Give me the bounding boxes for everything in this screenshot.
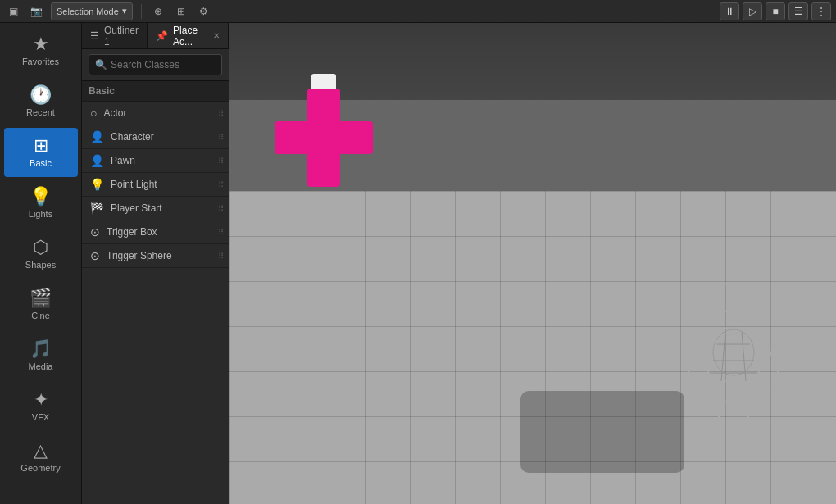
- selection-mode-button[interactable]: Selection Mode ▾: [51, 2, 133, 20]
- outliner-tab-icon: ☰: [90, 30, 99, 42]
- pause-button[interactable]: ⏸: [720, 2, 739, 20]
- search-input[interactable]: [89, 54, 222, 75]
- class-label-trigger-sphere: Trigger Sphere: [107, 250, 172, 261]
- class-label-actor: Actor: [103, 107, 126, 119]
- class-item-actor[interactable]: ○ Actor ⠿: [82, 102, 229, 125]
- viewport[interactable]: [229, 23, 836, 504]
- toolbar-right-group: ⏸ ▷ ■ ☰ ⋮: [720, 2, 831, 20]
- drag-handle-player-start: ⠿: [218, 204, 224, 213]
- point-light-icon: 💡: [90, 178, 104, 191]
- sidebar-item-lights[interactable]: 💡 Lights: [4, 179, 78, 228]
- top-toolbar: ▣ 📷 Selection Mode ▾ ⊕ ⊞ ⚙ ⏸ ▷ ■ ☰ ⋮: [0, 0, 836, 23]
- basic-category-header: Basic: [82, 81, 229, 102]
- trigger-box-icon: ⊙: [90, 225, 100, 238]
- transform-button[interactable]: ⊕: [150, 3, 166, 20]
- class-item-character[interactable]: 👤 Character ⠿: [82, 125, 229, 149]
- more-button[interactable]: ⋮: [811, 2, 831, 20]
- category-list: Basic ○ Actor ⠿ 👤 Character ⠿ 👤 Pawn ⠿ 💡…: [82, 81, 229, 504]
- sidebar-item-vfx[interactable]: ✦ VFX: [4, 382, 78, 431]
- class-label-point-light: Point Light: [111, 179, 157, 190]
- sidebar-item-label-favorites: Favorites: [22, 57, 59, 66]
- svg-line-4: [742, 332, 746, 381]
- floor-shadow: [520, 391, 684, 473]
- sidebar-item-cine[interactable]: 🎬 Cine: [4, 280, 78, 329]
- sidebar-item-geometry[interactable]: △ Geometry: [4, 433, 78, 482]
- pink-cross-actor: [275, 89, 373, 187]
- lights-icon: 💡: [30, 188, 52, 206]
- tab-close-icon[interactable]: ✕: [213, 31, 220, 40]
- svg-point-2: [713, 329, 754, 375]
- actor-icon: ○: [90, 107, 97, 120]
- geometry-icon: △: [34, 442, 48, 460]
- sidebar-item-label-geometry: Geometry: [20, 463, 60, 473]
- search-bar: 🔍: [82, 49, 229, 81]
- class-item-player-start[interactable]: 🏁 Player Start ⠿: [82, 197, 229, 220]
- search-wrapper: 🔍: [89, 54, 222, 75]
- panel-tabs: ☰ Outliner 1 📌 Place Ac... ✕: [82, 23, 229, 49]
- place-actors-panel: ☰ Outliner 1 📌 Place Ac... ✕ 🔍 Basic ○ A…: [82, 23, 229, 504]
- character-icon: 👤: [90, 130, 104, 143]
- sidebar-item-label-basic: Basic: [30, 158, 52, 168]
- class-label-player-start: Player Start: [111, 202, 162, 214]
- player-start-icon: 🏁: [90, 202, 104, 215]
- pawn-icon: 👤: [90, 154, 104, 167]
- trigger-sphere-icon: ⊙: [90, 249, 100, 262]
- place-actors-tab-icon: 📌: [156, 30, 168, 42]
- drag-handle-actor: ⠿: [218, 109, 224, 118]
- place-actors-tab-label: Place Ac...: [173, 25, 205, 48]
- sidebar-item-label-shapes: Shapes: [25, 260, 56, 270]
- sidebar-item-label-media: Media: [29, 361, 53, 371]
- toolbar-separator-1: [141, 4, 142, 19]
- class-item-trigger-box[interactable]: ⊙ Trigger Box ⠿: [82, 220, 229, 244]
- recent-icon: 🕐: [30, 86, 52, 104]
- vfx-icon: ✦: [34, 391, 48, 409]
- class-item-point-light[interactable]: 💡 Point Light ⠿: [82, 173, 229, 197]
- shapes-icon: ⬡: [33, 238, 48, 257]
- character-figure: [680, 283, 787, 463]
- class-label-trigger-box: Trigger Box: [107, 226, 157, 238]
- drag-handle-character: ⠿: [218, 133, 224, 142]
- sidebar-item-recent[interactable]: 🕐 Recent: [4, 77, 78, 126]
- selection-dropdown-icon: ▾: [122, 6, 127, 16]
- tab-outliner[interactable]: ☰ Outliner 1: [82, 23, 148, 48]
- sidebar-item-favorites[interactable]: ★ Favorites: [4, 26, 78, 75]
- cross-horizontal: [275, 121, 373, 154]
- drag-handle-trigger-box: ⠿: [218, 228, 224, 237]
- camera-icon[interactable]: 📷: [28, 3, 44, 20]
- main-area: ★ Favorites 🕐 Recent ⊞ Basic 💡 Lights ⬡ …: [0, 23, 836, 504]
- sidebar-item-shapes[interactable]: ⬡ Shapes: [4, 229, 78, 279]
- tab-place-actors[interactable]: 📌 Place Ac... ✕: [148, 23, 229, 48]
- drag-handle-trigger-sphere: ⠿: [218, 252, 224, 261]
- sidebar-item-media[interactable]: 🎵 Media: [4, 331, 78, 380]
- class-item-pawn[interactable]: 👤 Pawn ⠿: [82, 149, 229, 173]
- svg-point-0: [719, 283, 748, 314]
- basic-icon: ⊞: [34, 137, 48, 155]
- play-button[interactable]: ▷: [743, 2, 762, 20]
- outliner-tab-label: Outliner 1: [104, 25, 139, 48]
- window-icon[interactable]: ▣: [5, 3, 21, 20]
- settings-button[interactable]: ⚙: [196, 3, 212, 20]
- cine-icon: 🎬: [30, 289, 52, 307]
- svg-line-3: [721, 332, 725, 381]
- class-label-character: Character: [111, 131, 154, 143]
- sidebar-item-label-lights: Lights: [29, 209, 52, 219]
- drag-handle-point-light: ⠿: [218, 180, 224, 189]
- drag-handle-pawn: ⠿: [218, 157, 224, 166]
- sidebar: ★ Favorites 🕐 Recent ⊞ Basic 💡 Lights ⬡ …: [0, 23, 82, 504]
- selection-mode-label: Selection Mode: [57, 7, 119, 16]
- sidebar-item-basic[interactable]: ⊞ Basic: [4, 128, 78, 177]
- class-item-trigger-sphere[interactable]: ⊙ Trigger Sphere ⠿: [82, 244, 229, 268]
- media-icon: 🎵: [30, 340, 52, 358]
- console-button[interactable]: ☰: [788, 2, 808, 20]
- class-label-pawn: Pawn: [111, 155, 135, 166]
- sidebar-item-label-recent: Recent: [26, 107, 55, 117]
- sidebar-item-label-cine: Cine: [31, 311, 50, 320]
- favorites-icon: ★: [33, 35, 49, 53]
- stop-button[interactable]: ■: [766, 2, 785, 20]
- grid-button[interactable]: ⊞: [173, 3, 189, 20]
- sidebar-item-label-vfx: VFX: [32, 412, 49, 422]
